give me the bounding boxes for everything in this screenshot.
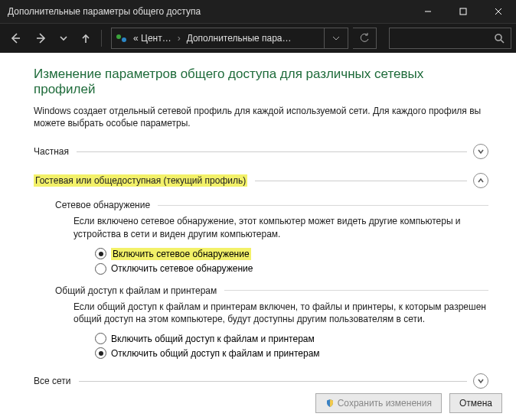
title-bar: Дополнительные параметры общего доступа: [0, 0, 516, 23]
sharing-radio-group: Включить общий доступ к файлам и принтер…: [95, 333, 488, 359]
radio-icon: [95, 347, 106, 359]
radio-discovery-on[interactable]: Включить сетевое обнаружение: [95, 248, 488, 260]
radio-sharing-on-label: Включить общий доступ к файлам и принтер…: [111, 334, 315, 344]
subheading-discovery: Сетевое обнаружение: [55, 200, 488, 210]
divider: [79, 381, 468, 382]
search-box[interactable]: [389, 28, 511, 49]
radio-discovery-off-label: Отключить сетевое обнаружение: [111, 263, 253, 274]
section-all-networks-label: Все сети: [34, 376, 71, 386]
refresh-button[interactable]: [353, 28, 377, 49]
divider: [158, 205, 488, 206]
save-button-label: Сохранить изменения: [338, 398, 432, 409]
recent-button[interactable]: [57, 28, 70, 49]
expand-all-networks[interactable]: [473, 373, 488, 389]
content-area: Изменение параметров общего доступа для …: [0, 53, 516, 420]
radio-sharing-off-label: Отключить общий доступ к файлам и принте…: [111, 348, 320, 359]
chevron-right-icon: ›: [173, 33, 185, 44]
minimize-icon: [424, 8, 432, 15]
section-guest[interactable]: Гостевая или общедоступная (текущий проф…: [34, 171, 488, 190]
maximize-button[interactable]: [446, 0, 481, 23]
breadcrumb-bar[interactable]: « Цент… › Дополнительные пара…: [111, 28, 348, 49]
maximize-icon: [459, 8, 467, 15]
footer-buttons: Сохранить изменения Отмена: [315, 393, 502, 413]
page-heading: Изменение параметров общего доступа для …: [34, 67, 488, 97]
chevron-down-icon: [477, 377, 485, 385]
up-button[interactable]: [75, 28, 96, 49]
radio-sharing-off[interactable]: Отключить общий доступ к файлам и принте…: [95, 347, 488, 359]
radio-icon: [95, 333, 106, 344]
svg-line-8: [501, 40, 504, 43]
arrow-right-icon: [34, 31, 48, 45]
breadcrumb-dropdown[interactable]: [324, 28, 348, 48]
chevron-down-icon: [60, 34, 67, 42]
window-title: Дополнительные параметры общего доступа: [8, 6, 201, 17]
radio-sharing-on[interactable]: Включить общий доступ к файлам и принтер…: [95, 333, 488, 344]
section-private-label: Частная: [34, 146, 69, 157]
arrow-left-icon: [8, 31, 22, 45]
radio-icon: [95, 248, 106, 259]
radio-discovery-on-label: Включить сетевое обнаружение: [111, 248, 251, 260]
section-all-networks[interactable]: Все сети: [34, 371, 488, 391]
chevron-down-icon: [332, 34, 340, 42]
save-button[interactable]: Сохранить изменения: [315, 393, 442, 413]
navigation-bar: « Цент… › Дополнительные пара…: [0, 23, 516, 53]
sharing-text: Если общий доступ к файлам и принтерам в…: [73, 301, 488, 325]
cancel-button[interactable]: Отмена: [449, 393, 502, 413]
divider: [77, 151, 467, 152]
close-icon: [495, 8, 502, 15]
window-controls: [410, 0, 516, 23]
radio-icon: [95, 263, 106, 275]
divider: [224, 290, 488, 291]
control-panel-icon: [115, 31, 129, 45]
close-button[interactable]: [481, 0, 516, 23]
radio-discovery-off[interactable]: Отключить сетевое обнаружение: [95, 263, 488, 275]
breadcrumb-part-2[interactable]: Дополнительные пара…: [185, 33, 293, 44]
search-icon: [494, 33, 505, 44]
minimize-button[interactable]: [410, 0, 446, 23]
section-guest-label: Гостевая или общедоступная (текущий проф…: [34, 174, 247, 187]
cancel-button-label: Отмена: [459, 398, 492, 409]
discovery-radio-group: Включить сетевое обнаружение Отключить с…: [95, 248, 488, 275]
collapse-guest[interactable]: [473, 173, 488, 188]
shield-icon: [325, 399, 335, 408]
back-button[interactable]: [5, 28, 26, 49]
arrow-up-icon: [80, 32, 92, 44]
subheading-sharing: Общий доступ к файлам и принтерам: [55, 285, 488, 296]
nav-separator: [101, 30, 102, 47]
svg-point-7: [495, 34, 501, 41]
section-private[interactable]: Частная: [34, 142, 488, 161]
chevron-up-icon: [477, 177, 485, 184]
subheading-discovery-label: Сетевое обнаружение: [55, 200, 150, 210]
divider: [255, 181, 467, 181]
svg-rect-1: [460, 8, 466, 15]
expand-private[interactable]: [473, 144, 488, 159]
discovery-text: Если включено сетевое обнаружение, этот …: [73, 215, 488, 239]
subheading-sharing-label: Общий доступ к файлам и принтерам: [55, 285, 217, 296]
chevron-down-icon: [477, 148, 485, 155]
forward-button[interactable]: [31, 28, 52, 49]
refresh-icon: [359, 33, 370, 44]
breadcrumb-part-1[interactable]: « Цент…: [132, 33, 173, 44]
page-description: Windows создает отдельный сетевой профил…: [34, 105, 488, 129]
